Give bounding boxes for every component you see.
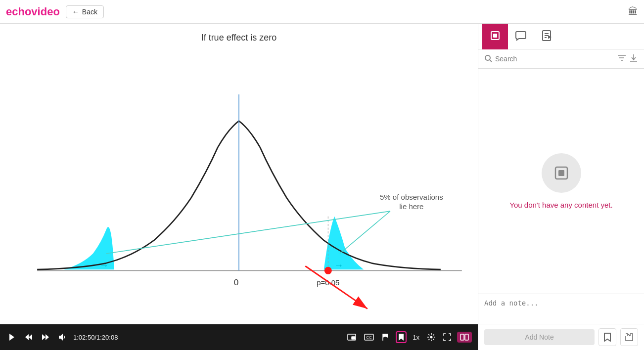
svg-text:p=0.05: p=0.05 [317,278,339,287]
empty-state-text: You don't have any content yet. [509,201,612,209]
volume-button[interactable] [56,331,68,343]
bookmark-button[interactable] [396,331,407,343]
svg-rect-30 [493,34,497,38]
empty-state-icon [542,153,581,193]
empty-state-rest: have any content yet. [540,201,613,209]
svg-point-3 [324,267,332,274]
svg-marker-18 [46,334,49,340]
svg-text:lie here: lie here [399,202,423,211]
pip-button[interactable] [345,332,358,343]
svg-marker-19 [59,334,63,341]
panel-search-actions [617,53,638,64]
tab-chat[interactable] [508,24,534,49]
logo-video: video [31,5,59,18]
panel-tabs [478,24,644,49]
svg-rect-43 [558,170,564,176]
svg-rect-27 [460,334,464,340]
play-button[interactable] [6,331,18,343]
tab-slides[interactable] [482,24,508,49]
svg-marker-15 [25,334,29,340]
back-label: Back [82,8,97,16]
right-panel: You don't have any content yet. Add Note [478,24,644,350]
top-bar-right: 🏛 [628,6,638,17]
panel-bottom-bar: Add Note [478,324,644,350]
bookmark-panel-button[interactable] [598,328,616,346]
svg-text:→: → [99,260,109,270]
controls-bar: 1:02:50/1:20:08 CC [0,324,478,350]
svg-marker-17 [42,334,46,340]
svg-line-37 [490,60,492,62]
svg-text:0: 0 [234,277,239,287]
time-display: 1:02:50/1:20:08 [73,334,118,341]
share-panel-button[interactable] [620,328,638,346]
svg-rect-21 [352,337,355,339]
empty-state-highlight: You don't [509,201,540,209]
chapters-button[interactable] [380,331,392,343]
chart-title: If true effect is zero [201,33,277,43]
settings-button[interactable] [425,331,437,343]
svg-marker-35 [549,36,551,38]
svg-text:CC: CC [366,335,372,340]
tab-notes[interactable] [534,24,559,49]
svg-marker-24 [383,334,388,338]
search-input[interactable] [495,55,614,63]
note-input[interactable] [484,299,638,319]
svg-text:5% of observations: 5% of observations [380,193,443,201]
captions-button[interactable]: CC [362,332,376,343]
svg-marker-14 [9,334,14,341]
search-icon [484,54,492,64]
logo-echo: echo [6,5,31,18]
ctrl-icon-group: CC 1x [345,331,472,343]
svg-rect-28 [465,334,468,340]
back-button[interactable]: ← Back [66,5,104,18]
top-bar: echovideo ← Back 🏛 [0,0,644,24]
video-frame: If true effect is zero [0,24,478,324]
institution-icon: 🏛 [628,6,638,17]
panel-search [478,49,644,69]
chart-svg: 0 p=0.05 5% of observations lie here → → [0,24,478,324]
svg-marker-16 [29,334,32,340]
speed-button[interactable]: 1x [411,332,421,343]
video-area: If true effect is zero [0,24,478,350]
forward-button[interactable] [40,331,51,343]
rewind-button[interactable] [23,331,35,343]
layout-toggle-button[interactable] [457,332,472,343]
filter-icon[interactable] [617,54,626,64]
svg-point-36 [485,55,490,60]
svg-point-26 [430,336,433,339]
main-content: If true effect is zero [0,24,644,350]
download-icon[interactable] [629,53,638,64]
back-arrow-icon: ← [72,8,79,16]
panel-body: You don't have any content yet. [478,69,644,294]
fullscreen-button[interactable] [441,331,453,343]
svg-text:→: → [334,260,343,270]
logo: echovideo [6,5,60,18]
chart-container: If true effect is zero [0,24,478,324]
panel-note-area [478,294,644,324]
add-note-button[interactable]: Add Note [484,329,595,345]
